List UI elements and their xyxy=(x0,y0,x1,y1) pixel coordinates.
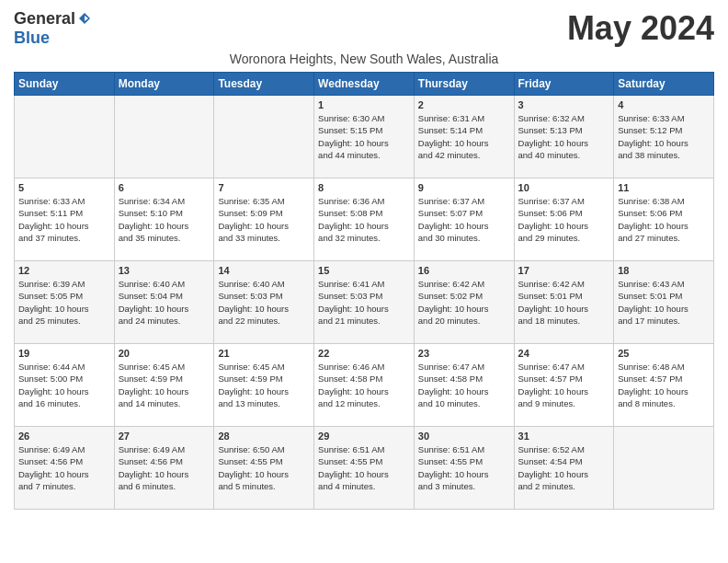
calendar-day-cell: 18Sunrise: 6:43 AM Sunset: 5:01 PM Dayli… xyxy=(614,261,714,344)
calendar-day-cell: 24Sunrise: 6:47 AM Sunset: 4:57 PM Dayli… xyxy=(514,344,614,427)
day-info: Sunrise: 6:49 AM Sunset: 4:56 PM Dayligh… xyxy=(18,443,110,492)
day-info: Sunrise: 6:50 AM Sunset: 4:55 PM Dayligh… xyxy=(218,443,310,492)
calendar-day-cell: 4Sunrise: 6:33 AM Sunset: 5:12 PM Daylig… xyxy=(614,96,714,178)
calendar-day-cell: 29Sunrise: 6:51 AM Sunset: 4:55 PM Dayli… xyxy=(314,427,415,510)
logo-icon xyxy=(77,11,92,26)
day-number: 16 xyxy=(418,265,510,276)
day-info: Sunrise: 6:43 AM Sunset: 5:01 PM Dayligh… xyxy=(618,278,710,327)
day-number: 22 xyxy=(318,348,410,359)
day-number: 12 xyxy=(18,265,110,276)
calendar-day-cell xyxy=(15,96,115,178)
calendar-day-cell: 13Sunrise: 6:40 AM Sunset: 5:04 PM Dayli… xyxy=(114,261,214,344)
day-number: 24 xyxy=(518,348,610,359)
day-info: Sunrise: 6:37 AM Sunset: 5:07 PM Dayligh… xyxy=(418,195,510,244)
calendar-day-cell: 22Sunrise: 6:46 AM Sunset: 4:58 PM Dayli… xyxy=(314,344,415,427)
day-number: 20 xyxy=(119,348,210,359)
day-info: Sunrise: 6:42 AM Sunset: 5:02 PM Dayligh… xyxy=(418,278,510,327)
day-info: Sunrise: 6:51 AM Sunset: 4:55 PM Dayligh… xyxy=(418,443,510,492)
day-number: 11 xyxy=(618,182,710,193)
day-info: Sunrise: 6:40 AM Sunset: 5:03 PM Dayligh… xyxy=(218,278,310,327)
day-of-week-header: Monday xyxy=(114,73,214,96)
calendar-day-cell: 10Sunrise: 6:37 AM Sunset: 5:06 PM Dayli… xyxy=(514,178,614,261)
calendar-day-cell: 17Sunrise: 6:42 AM Sunset: 5:01 PM Dayli… xyxy=(514,261,614,344)
calendar-day-cell: 11Sunrise: 6:38 AM Sunset: 5:06 PM Dayli… xyxy=(614,178,714,261)
calendar-day-cell: 26Sunrise: 6:49 AM Sunset: 4:56 PM Dayli… xyxy=(15,427,115,510)
day-info: Sunrise: 6:33 AM Sunset: 5:12 PM Dayligh… xyxy=(618,112,710,161)
calendar-day-cell: 3Sunrise: 6:32 AM Sunset: 5:13 PM Daylig… xyxy=(514,96,614,178)
calendar-day-cell: 12Sunrise: 6:39 AM Sunset: 5:05 PM Dayli… xyxy=(15,261,115,344)
day-of-week-header: Thursday xyxy=(414,73,514,96)
calendar-day-cell: 6Sunrise: 6:34 AM Sunset: 5:10 PM Daylig… xyxy=(114,178,214,261)
day-info: Sunrise: 6:48 AM Sunset: 4:57 PM Dayligh… xyxy=(618,361,710,409)
day-of-week-header: Friday xyxy=(514,73,614,96)
day-number: 25 xyxy=(618,348,710,359)
calendar-day-cell: 8Sunrise: 6:36 AM Sunset: 5:08 PM Daylig… xyxy=(314,178,415,261)
calendar-day-cell: 21Sunrise: 6:45 AM Sunset: 4:59 PM Dayli… xyxy=(214,344,314,427)
day-number: 9 xyxy=(418,182,510,193)
day-info: Sunrise: 6:47 AM Sunset: 4:57 PM Dayligh… xyxy=(518,361,610,409)
day-number: 19 xyxy=(18,348,110,359)
logo-general: General xyxy=(14,9,75,29)
day-info: Sunrise: 6:38 AM Sunset: 5:06 PM Dayligh… xyxy=(618,195,710,244)
day-number: 1 xyxy=(318,99,410,110)
day-number: 6 xyxy=(119,182,210,193)
calendar-day-cell xyxy=(114,96,214,178)
day-info: Sunrise: 6:33 AM Sunset: 5:11 PM Dayligh… xyxy=(18,195,110,244)
day-info: Sunrise: 6:51 AM Sunset: 4:55 PM Dayligh… xyxy=(318,443,410,492)
day-info: Sunrise: 6:36 AM Sunset: 5:08 PM Dayligh… xyxy=(318,195,410,244)
day-info: Sunrise: 6:46 AM Sunset: 4:58 PM Dayligh… xyxy=(318,361,410,409)
calendar-day-cell: 27Sunrise: 6:49 AM Sunset: 4:56 PM Dayli… xyxy=(114,427,214,510)
calendar-day-cell: 25Sunrise: 6:48 AM Sunset: 4:57 PM Dayli… xyxy=(614,344,714,427)
day-info: Sunrise: 6:49 AM Sunset: 4:56 PM Dayligh… xyxy=(119,443,210,492)
calendar-day-cell: 7Sunrise: 6:35 AM Sunset: 5:09 PM Daylig… xyxy=(214,178,314,261)
day-info: Sunrise: 6:34 AM Sunset: 5:10 PM Dayligh… xyxy=(119,195,210,244)
calendar-day-cell: 28Sunrise: 6:50 AM Sunset: 4:55 PM Dayli… xyxy=(214,427,314,510)
logo-blue: Blue xyxy=(14,29,50,47)
calendar-day-cell: 19Sunrise: 6:44 AM Sunset: 5:00 PM Dayli… xyxy=(15,344,115,427)
calendar-week-row: 12Sunrise: 6:39 AM Sunset: 5:05 PM Dayli… xyxy=(15,261,714,344)
day-info: Sunrise: 6:52 AM Sunset: 4:54 PM Dayligh… xyxy=(518,443,610,492)
calendar-day-cell xyxy=(214,96,314,178)
day-number: 31 xyxy=(518,431,610,442)
day-info: Sunrise: 6:42 AM Sunset: 5:01 PM Dayligh… xyxy=(518,278,610,327)
day-info: Sunrise: 6:45 AM Sunset: 4:59 PM Dayligh… xyxy=(218,361,310,409)
calendar-day-cell xyxy=(614,427,714,510)
day-info: Sunrise: 6:41 AM Sunset: 5:03 PM Dayligh… xyxy=(318,278,410,327)
day-number: 14 xyxy=(218,265,310,276)
day-number: 29 xyxy=(318,431,410,442)
calendar-day-cell: 9Sunrise: 6:37 AM Sunset: 5:07 PM Daylig… xyxy=(414,178,514,261)
day-number: 8 xyxy=(318,182,410,193)
day-number: 7 xyxy=(218,182,310,193)
day-number: 4 xyxy=(618,99,710,110)
calendar-day-cell: 15Sunrise: 6:41 AM Sunset: 5:03 PM Dayli… xyxy=(314,261,415,344)
calendar-day-cell: 1Sunrise: 6:30 AM Sunset: 5:15 PM Daylig… xyxy=(314,96,415,178)
day-number: 21 xyxy=(218,348,310,359)
day-number: 26 xyxy=(18,431,110,442)
day-number: 2 xyxy=(418,99,510,110)
calendar-day-cell: 30Sunrise: 6:51 AM Sunset: 4:55 PM Dayli… xyxy=(414,427,514,510)
day-number: 27 xyxy=(119,431,210,442)
month-title: May 2024 xyxy=(567,9,714,48)
day-number: 17 xyxy=(518,265,610,276)
calendar-day-cell: 2Sunrise: 6:31 AM Sunset: 5:14 PM Daylig… xyxy=(414,96,514,178)
calendar-day-cell: 14Sunrise: 6:40 AM Sunset: 5:03 PM Dayli… xyxy=(214,261,314,344)
day-number: 23 xyxy=(418,348,510,359)
logo: General Blue xyxy=(14,9,92,48)
calendar-day-cell: 5Sunrise: 6:33 AM Sunset: 5:11 PM Daylig… xyxy=(15,178,115,261)
day-info: Sunrise: 6:39 AM Sunset: 5:05 PM Dayligh… xyxy=(18,278,110,327)
page-header: General Blue May 2024 xyxy=(14,9,714,48)
day-info: Sunrise: 6:37 AM Sunset: 5:06 PM Dayligh… xyxy=(518,195,610,244)
calendar-week-row: 19Sunrise: 6:44 AM Sunset: 5:00 PM Dayli… xyxy=(15,344,714,427)
calendar-week-row: 1Sunrise: 6:30 AM Sunset: 5:15 PM Daylig… xyxy=(15,96,714,178)
day-of-week-header: Tuesday xyxy=(214,73,314,96)
calendar-header: SundayMondayTuesdayWednesdayThursdayFrid… xyxy=(15,73,714,96)
day-info: Sunrise: 6:35 AM Sunset: 5:09 PM Dayligh… xyxy=(218,195,310,244)
calendar-week-row: 5Sunrise: 6:33 AM Sunset: 5:11 PM Daylig… xyxy=(15,178,714,261)
day-of-week-header: Sunday xyxy=(15,73,115,96)
day-number: 13 xyxy=(119,265,210,276)
day-info: Sunrise: 6:30 AM Sunset: 5:15 PM Dayligh… xyxy=(318,112,410,161)
day-of-week-header: Saturday xyxy=(614,73,714,96)
day-info: Sunrise: 6:44 AM Sunset: 5:00 PM Dayligh… xyxy=(18,361,110,409)
day-number: 28 xyxy=(218,431,310,442)
day-number: 10 xyxy=(518,182,610,193)
